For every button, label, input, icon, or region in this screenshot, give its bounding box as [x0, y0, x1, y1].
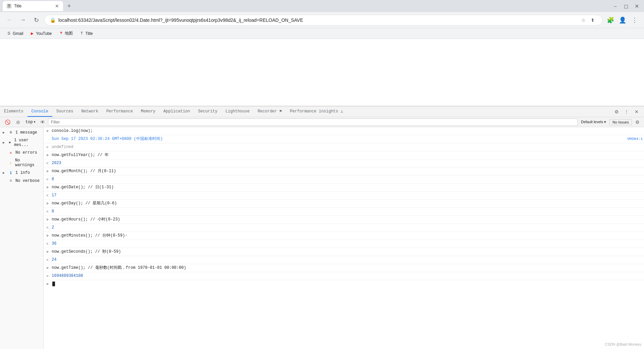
- console-code: now.getDay(); // 星期几(0-6): [52, 200, 643, 206]
- menu-button[interactable]: ⋮: [629, 15, 640, 26]
- bookmark-youtube-label: YouTube: [36, 31, 52, 36]
- console-value: 17: [52, 192, 643, 198]
- console-settings-button[interactable]: ⚙: [633, 118, 641, 126]
- tab-performance[interactable]: Performance: [102, 106, 137, 117]
- console-line: < 2023: [44, 159, 644, 167]
- warning-icon: ⚠: [8, 160, 13, 165]
- tab-close-button[interactable]: ✕: [55, 4, 59, 8]
- sidebar-item-user-messages[interactable]: ▶ ● 1 user mes...: [0, 137, 43, 149]
- maps-favicon: 📍: [59, 31, 63, 36]
- bookmark-button[interactable]: ☆: [579, 16, 587, 24]
- no-issues-button[interactable]: No Issues: [609, 119, 632, 125]
- console-context-selector[interactable]: top ▾: [24, 119, 37, 125]
- output-arrow-icon: <: [46, 241, 52, 247]
- tab-recorder[interactable]: Recorder ⚑: [254, 106, 286, 117]
- sidebar-item-verbose[interactable]: ≡ No verbose: [0, 177, 43, 185]
- title-favicon: T: [79, 31, 84, 36]
- new-tab-button[interactable]: +: [64, 1, 74, 11]
- sidebar-item-messages[interactable]: ▶ ≡ 1 message: [0, 129, 43, 137]
- console-code: now.getHours(); // 小时(0-23): [52, 216, 643, 222]
- console-line: > now.getMinutes(); // 分钟(0-59)·: [44, 232, 644, 240]
- tab-sources[interactable]: Sources: [52, 106, 77, 117]
- console-line: > now.getDay(); // 星期几(0-6): [44, 200, 644, 208]
- tab-console[interactable]: Console: [28, 106, 52, 117]
- devtools-close-button[interactable]: ✕: [632, 107, 641, 116]
- console-source-link[interactable]: VM304:1: [625, 136, 643, 142]
- bookmark-title[interactable]: T Title: [77, 31, 96, 37]
- console-line: > now.getFullYear(); // 年: [44, 151, 644, 159]
- input-arrow-icon: >: [46, 216, 52, 223]
- console-prompt-line[interactable]: >: [44, 280, 644, 288]
- tab-network[interactable]: Network: [77, 106, 102, 117]
- console-value: 24: [52, 257, 643, 263]
- output-arrow-icon: <: [46, 257, 52, 263]
- bookmark-title-label: Title: [86, 31, 93, 36]
- devtools-settings-button[interactable]: ⚙: [612, 107, 621, 116]
- tab-title: Title: [14, 4, 52, 8]
- devtools-more-button[interactable]: ⋮: [622, 107, 631, 116]
- back-button[interactable]: ←: [4, 15, 15, 26]
- console-filter-button[interactable]: ⊘: [13, 117, 23, 127]
- console-clear-button[interactable]: 🚫: [3, 117, 12, 127]
- bookmark-maps[interactable]: 📍 地图: [56, 30, 75, 37]
- console-eye-button[interactable]: 👁: [39, 118, 47, 126]
- console-code: now.getSeconds(); // 秒(0-59): [52, 249, 643, 255]
- reload-button[interactable]: ↻: [31, 15, 42, 26]
- verbose-icon: ≡: [8, 178, 13, 184]
- error-icon: ✕: [8, 150, 13, 155]
- maximize-button[interactable]: ◻: [621, 1, 631, 11]
- browser-tab[interactable]: T Title ✕: [3, 1, 63, 11]
- bookmark-gmail-label: Gmail: [13, 31, 23, 36]
- browser-frame: T Title ✕ + ‒ ◻ ✕ ← → ↻ 🔒 localhost:6334…: [0, 0, 644, 349]
- tab-memory[interactable]: Memory: [137, 106, 159, 117]
- share-button[interactable]: ⬆: [589, 16, 597, 24]
- tab-performance-insights[interactable]: Performance insights △: [286, 106, 347, 117]
- restore-down-button[interactable]: ‒: [610, 1, 620, 11]
- console-code: now.getDate(); // 日(1-31): [52, 184, 643, 190]
- expand-icon: ▶: [3, 131, 6, 135]
- tab-lighthouse[interactable]: Lighthouse: [221, 106, 254, 117]
- output-arrow-icon: <: [46, 208, 52, 215]
- bookmark-maps-label: 地图: [65, 31, 73, 36]
- address-input-container[interactable]: 🔒 localhost:63342/JavaScript/lesson02/4.…: [44, 15, 602, 26]
- input-arrow-icon: >: [46, 184, 52, 191]
- console-value: 0: [52, 208, 643, 214]
- default-levels-button[interactable]: Default levels ▾: [579, 119, 608, 125]
- console-output[interactable]: > console.log(now); Sun Sep 17 2023 02:3…: [44, 127, 644, 349]
- forward-button[interactable]: →: [17, 15, 28, 26]
- output-arrow-icon: <: [46, 160, 52, 166]
- console-sidebar: ▶ ≡ 1 message ▶ ● 1 user mes... ✕ No err…: [0, 127, 44, 349]
- lock-icon: 🔒: [50, 17, 56, 23]
- tab-security[interactable]: Security: [194, 106, 222, 117]
- youtube-favicon: ▶: [30, 31, 35, 36]
- address-bar: ← → ↻ 🔒 localhost:63342/JavaScript/lesso…: [0, 12, 644, 28]
- sidebar-item-warnings[interactable]: ⚠ No warnings: [0, 157, 43, 169]
- title-bar-controls: ‒ ◻ ✕: [610, 1, 641, 11]
- user-icon: ●: [7, 140, 12, 145]
- output-arrow-icon: [46, 136, 52, 142]
- console-line: < 2: [44, 224, 644, 232]
- tab-application[interactable]: Application: [159, 106, 194, 117]
- extensions-button[interactable]: 🧩: [605, 15, 616, 26]
- input-arrow-icon: >: [46, 128, 52, 134]
- bookmark-gmail[interactable]: G Gmail: [4, 31, 26, 37]
- close-window-button[interactable]: ✕: [632, 1, 641, 11]
- input-arrow-icon: >: [46, 152, 52, 158]
- console-line: < 0: [44, 208, 644, 216]
- tab-elements[interactable]: Elements: [0, 106, 28, 117]
- sidebar-item-errors[interactable]: ✕ No errors: [0, 149, 43, 157]
- expand-icon: ▶: [3, 141, 5, 145]
- devtools-tabs: Elements Console Sources Network Perform…: [0, 106, 347, 117]
- sidebar-errors-label: No errors: [15, 150, 37, 155]
- output-arrow-icon: <: [46, 273, 52, 279]
- output-arrow-icon: <: [46, 144, 52, 150]
- console-filter-bar: [48, 118, 578, 126]
- sidebar-info-label: 1 info: [15, 170, 30, 175]
- console-filter-input[interactable]: [48, 118, 578, 126]
- toolbar-icons: 🧩 👤 ⋮: [605, 15, 640, 26]
- bookmark-youtube[interactable]: ▶ YouTube: [27, 31, 54, 37]
- sidebar-messages-label: 1 message: [15, 130, 37, 135]
- sidebar-item-info[interactable]: ▶ ℹ 1 info: [0, 169, 43, 177]
- output-arrow-icon: <: [46, 225, 52, 231]
- profile-button[interactable]: 👤: [617, 15, 628, 26]
